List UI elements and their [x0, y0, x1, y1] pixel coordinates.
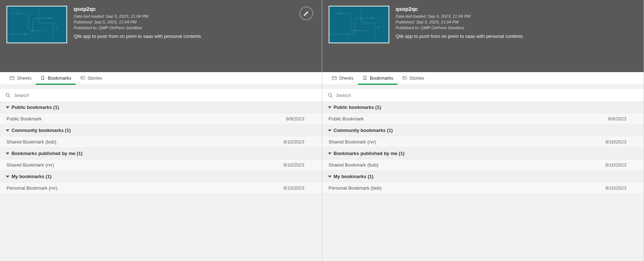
chevron-down-icon	[328, 129, 332, 132]
section-community-bookmarks[interactable]: Community bookmarks (1)	[0, 125, 322, 136]
tab-sheets-label: Sheets	[17, 75, 31, 81]
stories-icon	[80, 75, 86, 81]
bookmark-name: Shared Bookmark (bob)	[329, 162, 378, 168]
pencil-icon	[303, 10, 310, 17]
section-title: Bookmarks published by me (1)	[334, 151, 405, 156]
bookmark-row[interactable]: Shared Bookmark (bob) 8/10/2023	[322, 159, 644, 171]
stories-icon	[402, 75, 407, 81]
bookmark-date: 8/10/2023	[284, 162, 315, 168]
bookmark-date: 8/10/2023	[284, 185, 315, 191]
svg-line-19	[331, 96, 332, 97]
bookmark-row[interactable]: Shared Bookmark (rvr) 8/10/2023	[0, 159, 322, 171]
app-thumbnail	[329, 6, 389, 43]
bookmark-date: 8/9/2023	[608, 116, 637, 121]
bookmark-icon	[40, 75, 45, 81]
bookmark-date: 8/10/2023	[605, 162, 637, 168]
edit-button[interactable]	[299, 6, 313, 20]
chevron-down-icon	[6, 129, 9, 132]
chevron-down-icon	[6, 152, 9, 155]
tab-stories-label: Stories	[409, 75, 424, 81]
section-title: Bookmarks published by me (1)	[12, 151, 83, 156]
bookmark-icon	[362, 75, 368, 81]
bookmark-name: Public Bookmark	[6, 116, 42, 121]
bookmark-date: 8/9/2023	[286, 116, 315, 121]
section-published-by-me[interactable]: Bookmarks published by me (1)	[0, 148, 322, 159]
section-title: Community bookmarks (1)	[12, 128, 71, 133]
app-meta-loaded: Data last loaded: Sep 5, 2023, 11:04 PM	[396, 13, 638, 19]
tab-bookmarks[interactable]: Bookmarks	[36, 72, 75, 85]
bookmark-row[interactable]: Public Bookmark 8/9/2023	[322, 113, 644, 125]
app-panel-left: qsop2qc Data last loaded: Sep 5, 2023, 1…	[0, 0, 322, 261]
section-published-by-me[interactable]: Bookmarks published by me (1)	[322, 148, 644, 159]
bookmark-date: 8/10/2023	[605, 185, 637, 191]
view-tabs: Sheets Bookmarks Stories	[322, 72, 644, 85]
app-info: qsop2qc Data last loaded: Sep 5, 2023, 1…	[74, 6, 315, 39]
bookmark-date: 8/10/2023	[605, 139, 637, 145]
svg-rect-7	[80, 76, 84, 79]
tab-sheets[interactable]: Sheets	[5, 72, 36, 85]
section-title: Community bookmarks (1)	[334, 128, 393, 133]
tab-bookmarks[interactable]: Bookmarks	[358, 72, 398, 85]
app-description: Qlik app to push from on prem to saas wi…	[74, 34, 315, 39]
search-bar[interactable]	[322, 89, 644, 102]
section-public-bookmarks[interactable]: Public bookmarks (1)	[322, 102, 644, 113]
bookmark-row[interactable]: Personal Bookmark (bob) 8/10/2023	[322, 182, 644, 194]
chevron-down-icon	[328, 152, 332, 155]
sheets-icon	[9, 75, 15, 81]
svg-point-2	[49, 18, 50, 19]
app-header: qsop2qc Data last loaded: Sep 5, 2023, 1…	[0, 0, 322, 72]
bookmark-date: 8/10/2023	[284, 139, 315, 145]
svg-point-1	[31, 30, 33, 31]
tab-sheets-label: Sheets	[339, 75, 354, 81]
section-my-bookmarks[interactable]: My bookmarks (1)	[322, 171, 644, 182]
section-community-bookmarks[interactable]: Community bookmarks (1)	[322, 125, 644, 136]
bookmark-name: Shared Bookmark (rvr)	[329, 139, 376, 145]
chevron-down-icon	[6, 176, 9, 178]
search-icon	[5, 92, 11, 98]
svg-point-18	[328, 93, 331, 96]
view-tabs: Sheets Bookmarks Stories	[0, 72, 322, 85]
svg-rect-17	[403, 76, 407, 79]
bookmark-row[interactable]: Public Bookmark 8/9/2023	[0, 113, 322, 125]
tab-sheets[interactable]: Sheets	[327, 72, 358, 85]
app-title: qsop2qc	[396, 6, 638, 12]
app-meta-published: Published: Sep 5, 2023, 11:04 PM	[74, 19, 315, 25]
search-input[interactable]	[14, 93, 317, 98]
chevron-down-icon	[328, 176, 332, 178]
svg-point-3	[24, 34, 26, 35]
app-meta-published-to: Published to: QMP OnPrem Sandbox	[74, 25, 315, 31]
bookmark-row[interactable]: Shared Bookmark (bob) 8/10/2023	[0, 136, 322, 148]
bookmark-list: Public bookmarks (1) Public Bookmark 8/9…	[322, 102, 644, 261]
search-input[interactable]	[336, 93, 639, 98]
section-my-bookmarks[interactable]: My bookmarks (1)	[0, 171, 322, 182]
search-bar[interactable]	[0, 89, 322, 102]
svg-point-13	[346, 34, 348, 35]
bookmark-name: Public Bookmark	[329, 116, 364, 121]
chevron-down-icon	[6, 106, 9, 109]
bookmark-name: Personal Bookmark (rvr)	[6, 185, 57, 191]
app-header: qsop2qc Data last loaded: Sep 5, 2023, 1…	[322, 0, 644, 72]
section-title: My bookmarks (1)	[334, 174, 374, 179]
tab-stories-label: Stories	[88, 75, 102, 81]
tab-stories[interactable]: Stories	[76, 72, 106, 85]
bookmark-name: Shared Bookmark (bob)	[6, 139, 56, 145]
bookmark-row[interactable]: Shared Bookmark (rvr) 8/10/2023	[322, 136, 644, 148]
app-panel-right: qsop2qc Data last loaded: Sep 5, 2023, 1…	[322, 0, 644, 261]
section-title: My bookmarks (1)	[12, 174, 52, 179]
tab-bookmarks-label: Bookmarks	[370, 75, 393, 81]
svg-rect-15	[332, 76, 336, 80]
app-title: qsop2qc	[74, 6, 315, 12]
svg-rect-5	[10, 76, 14, 80]
tab-stories[interactable]: Stories	[398, 72, 428, 85]
svg-point-8	[6, 93, 9, 96]
app-description: Qlik app to push from on prem to saas wi…	[396, 34, 638, 39]
section-public-bookmarks[interactable]: Public bookmarks (1)	[0, 102, 322, 113]
svg-point-10	[339, 13, 341, 14]
bookmark-list: Public bookmarks (1) Public Bookmark 8/9…	[0, 102, 322, 261]
svg-point-11	[353, 30, 355, 31]
section-title: Public bookmarks (1)	[12, 105, 59, 110]
svg-point-12	[371, 18, 372, 19]
app-thumbnail	[6, 6, 67, 43]
svg-point-4	[56, 27, 57, 28]
bookmark-row[interactable]: Personal Bookmark (rvr) 8/10/2023	[0, 182, 322, 194]
